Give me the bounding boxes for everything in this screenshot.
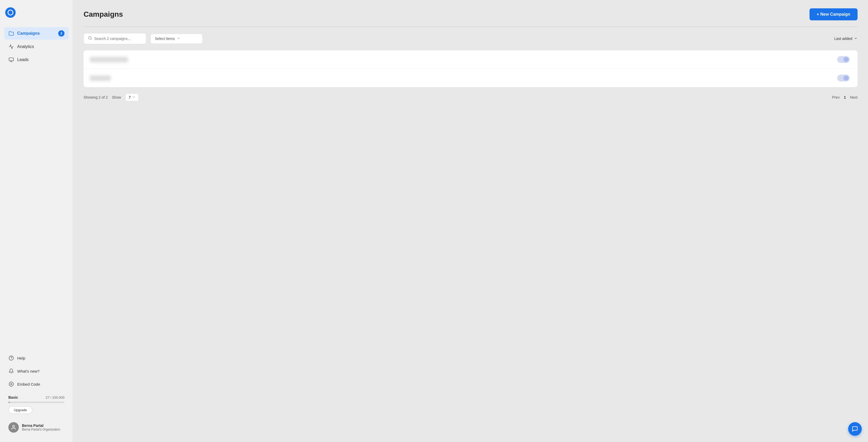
showing-text: Showing 2 of 2 (84, 95, 108, 99)
user-name: Berna Partal (22, 423, 64, 428)
user-section[interactable]: Berna Partal Berna Partal's Organization (4, 419, 69, 436)
sidebar-campaigns-label: Campaigns (17, 31, 40, 36)
sidebar-item-leads[interactable]: Leads (4, 54, 69, 66)
stat-leads-label-2: Leads (535, 74, 679, 77)
stat-rate-value-2: 0.00% (685, 76, 829, 80)
campaign-toggle-2[interactable] (837, 75, 850, 81)
campaign-stat-views-2: Views 88 (384, 74, 529, 82)
chat-bubble[interactable] (848, 422, 862, 436)
stat-views-value: 124 (384, 59, 529, 63)
sidebar-item-embed-code[interactable]: Embed Code (4, 378, 69, 390)
user-org: Berna Partal's Organization (22, 428, 64, 431)
campaign-stat-rate-2: 0.00% (685, 76, 829, 80)
campaign-toggle[interactable] (837, 56, 850, 63)
campaign-stat-leads-2: Leads 12 (535, 74, 679, 82)
stat-leads-value-2: 12 (535, 78, 679, 82)
campaign-toggle-cell[interactable] (836, 56, 851, 63)
sidebar-item-campaigns[interactable]: Campaigns 2 (4, 27, 69, 40)
help-label: Help (17, 356, 25, 360)
new-campaign-button[interactable]: + New Campaign (809, 8, 858, 20)
sidebar-item-help[interactable]: Help (4, 352, 69, 364)
campaigns-table: Campaign Name 1 Views 124 Leads 45 0.00%… (84, 50, 858, 87)
sidebar-bottom: Help What's new? Embed Code (4, 348, 69, 436)
search-input[interactable] (94, 37, 141, 41)
plan-section: Basic 27 / 100.000 Upgrade (4, 392, 69, 417)
nav-section: Campaigns 2 Analytics Leads (4, 27, 69, 348)
svg-line-9 (91, 39, 92, 40)
table-row[interactable]: Campaign Name 1 Views 124 Leads 45 0.00% (84, 50, 858, 69)
campaign-name-blurred-2: Camp 2 (90, 75, 111, 81)
campaign-stat-leads: Leads 45 (535, 56, 679, 63)
embed-icon (8, 381, 14, 387)
sidebar-analytics-label: Analytics (17, 44, 34, 49)
plan-usage: 27 / 100.000 (46, 396, 64, 400)
sort-dropdown[interactable]: Last added (834, 37, 858, 41)
next-button[interactable]: Next (850, 95, 858, 99)
sort-chevron-icon (854, 37, 858, 41)
logo-circle (5, 7, 16, 18)
page-title: Campaigns (84, 10, 123, 19)
stat-views-label-2: Views (384, 74, 529, 77)
campaign-name-cell: Campaign Name 1 (90, 57, 378, 62)
sidebar-leads-label: Leads (17, 58, 29, 62)
per-page-chevron-icon (132, 95, 135, 99)
main-header: Campaigns + New Campaign (84, 8, 858, 20)
whats-new-label: What's new? (17, 369, 39, 373)
search-icon (88, 36, 92, 41)
logo[interactable] (4, 6, 69, 19)
upgrade-button[interactable]: Upgrade (8, 406, 32, 414)
select-items-label: Select items (155, 37, 175, 41)
show-label: Show (112, 95, 121, 99)
chevron-down-icon (177, 37, 181, 41)
plan-progress-bar (8, 402, 64, 403)
logo-inner (7, 10, 13, 15)
plan-name: Basic (8, 395, 18, 400)
current-page: 1 (844, 95, 846, 99)
campaign-stat-views: Views 124 (384, 56, 529, 63)
search-box[interactable] (84, 33, 146, 44)
stat-leads-value: 45 (535, 59, 679, 63)
campaign-toggle-cell-2[interactable] (836, 75, 851, 81)
bell-icon (8, 368, 14, 374)
svg-point-6 (11, 383, 12, 385)
pagination-row: Showing 2 of 2 Show 7 Prev 1 Next (84, 87, 858, 107)
analytics-icon (8, 44, 14, 49)
toolbar: Select items Last added (84, 33, 858, 44)
sidebar-item-analytics[interactable]: Analytics (4, 41, 69, 53)
campaign-name-blurred: Campaign Name 1 (90, 57, 128, 62)
stat-leads-label: Leads (535, 56, 679, 59)
campaigns-badge: 2 (58, 30, 64, 37)
chat-icon (852, 426, 858, 432)
table-row[interactable]: Camp 2 Views 88 Leads 12 0.00% (84, 69, 858, 87)
select-items-dropdown[interactable]: Select items (150, 34, 203, 44)
per-page-select[interactable]: 7 (125, 93, 139, 101)
stat-rate-value: 0.00% (685, 58, 829, 62)
per-page-value: 7 (129, 95, 131, 99)
sidebar: Campaigns 2 Analytics Leads (0, 0, 73, 442)
folder-icon (8, 31, 14, 36)
svg-rect-0 (9, 58, 13, 61)
main-content: Campaigns + New Campaign Select items La… (73, 0, 868, 442)
user-info: Berna Partal Berna Partal's Organization (22, 423, 64, 431)
sidebar-item-whats-new[interactable]: What's new? (4, 365, 69, 377)
embed-code-label: Embed Code (17, 382, 40, 386)
campaign-stat-rate: 0.00% (685, 58, 829, 62)
leads-icon (8, 57, 14, 63)
header-divider (84, 27, 858, 27)
stat-views-label: Views (384, 56, 529, 59)
svg-point-7 (12, 425, 14, 427)
sort-label: Last added (834, 37, 852, 41)
help-icon (8, 355, 14, 361)
svg-point-8 (89, 37, 91, 39)
campaign-name-cell: Camp 2 (90, 75, 378, 81)
pagination-controls: Prev 1 Next (832, 95, 858, 99)
plan-bar-fill (8, 402, 10, 403)
prev-button[interactable]: Prev (832, 95, 840, 99)
stat-views-value-2: 88 (384, 78, 529, 82)
avatar (8, 422, 19, 433)
svg-point-5 (9, 382, 13, 386)
